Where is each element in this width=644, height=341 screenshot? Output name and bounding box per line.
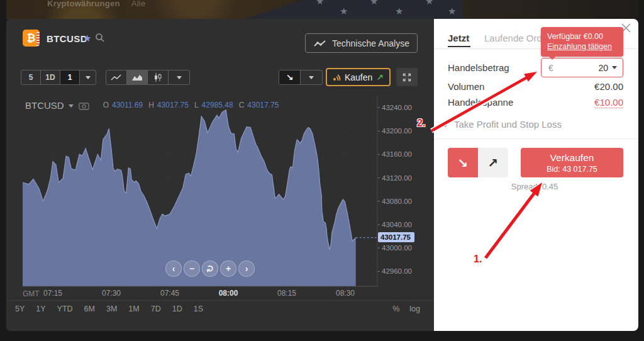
price-axis-label: 43040.00 [382,221,412,228]
range-button-5y[interactable]: 5Y [15,305,25,313]
time-axis-label: 08:15 [273,289,301,298]
available-balance-text: Verfügbar €0.00 [547,31,617,42]
category-label: Kryptowährungen [47,0,120,8]
volume-label: Volumen [448,81,484,92]
currency-symbol: € [548,63,553,73]
time-axis-label: 08:00 [214,289,242,298]
spread-note: Spread: 0.45 [472,182,597,191]
price-axis-label: 42960.00 [382,267,412,275]
flag-star-icon: ★ [316,0,324,7]
range-button-ytd[interactable]: YTD [57,305,73,313]
trade-panel: Jetzt Laufende Order Handelsbetrag € Ver… [434,19,638,331]
tab-jetzt[interactable]: Jetzt [448,33,469,43]
chevron-down-icon[interactable] [612,66,617,69]
background-category-label: Kryptowährungen Alle [47,0,155,8]
annotation-step-2: 2. [417,118,425,129]
take-profit-row[interactable]: › Take Profit und Stop Loss [444,118,562,130]
flag-star-icon: ★ [425,0,433,7]
range-button-1d[interactable]: 1D [172,305,182,313]
timezone-label: GMT [23,289,40,298]
sell-order-button[interactable]: Verkaufen Bid: 43 017.75 [521,148,623,177]
spread-cost-label: Handelsspanne [448,97,513,108]
backdrop-right [462,0,638,19]
sell-direction-toggle[interactable]: ↘ [448,148,478,177]
flag-star-icon: ★ [370,0,378,7]
deposit-warning-tooltip: Verfügbar €0.00 Einzahlung tätigen [541,27,623,57]
zoom-in-button[interactable]: + [220,260,236,277]
range-button-7d[interactable]: 7D [151,305,161,313]
amount-label: Handelsbetrag [448,62,509,73]
arrow-down-right-icon: ↘ [458,155,469,170]
sell-button-label: Verkaufen [550,152,594,164]
range-button-1m[interactable]: 1M [128,305,139,313]
price-axis-label: 43120.00 [382,174,412,182]
sell-button-bid-price: Bid: 43 017.75 [547,165,597,174]
time-axis-label: 07:45 [156,289,184,298]
arrow-up-right-icon: ↗ [488,155,499,170]
buy-direction-toggle[interactable]: ↗ [478,148,508,177]
spread-cost-value: €10.00 [594,97,623,108]
zoom-out-button[interactable]: − [184,260,200,277]
volume-value: €20.00 [594,81,623,92]
current-price-tag: 43017.75 [378,232,414,242]
active-tab-underline [448,46,470,47]
pan-left-button[interactable]: ‹ [165,260,182,277]
tooltip-caret [548,56,556,60]
time-axis-label: 07:30 [97,289,125,298]
range-button-3m[interactable]: 3M [106,305,117,313]
volume-row: Volumen €20.00 [448,81,623,92]
flag-star-icon: ★ [340,6,348,17]
price-axis-label: 43000.00 [382,244,412,252]
deposit-link[interactable]: Einzahlung tätigen [547,42,617,52]
take-profit-label: Take Profit und Stop Loss [454,119,562,130]
price-axis-label: 43200.00 [382,127,412,135]
log-scale-button[interactable]: log [409,305,420,313]
chart-panel: ₿ BTCUSD ★ Technische Analyse 51D1 [6,19,434,331]
spread-cost-row: Handelsspanne €10.00 [448,97,623,108]
filter-label: Alle [131,0,146,8]
amount-input[interactable] [553,63,612,73]
time-axis-label: 07:15 [39,289,67,298]
flag-star-icon: ★ [395,6,403,17]
price-axis-label: 43240.00 [382,104,412,111]
percent-scale-button[interactable]: % [392,305,399,313]
amount-field: € [541,58,623,77]
chart-footer: 5Y1YYTD6M3M1M7D1D1S % log [6,300,434,316]
price-axis-label: 43080.00 [382,198,412,205]
annotation-step-1: 1. [474,254,482,265]
chevron-right-icon: › [444,118,448,130]
range-button-1y[interactable]: 1Y [36,305,45,313]
range-button-6m[interactable]: 6M [84,305,95,313]
time-axis-label: 08:30 [331,289,359,298]
page-backdrop: ★ ★ ★ ★ ★ ★ Kryptowährungen Alle [6,0,638,19]
range-button-1s[interactable]: 1S [194,305,203,313]
divider [434,138,638,139]
price-axis-label: 43160.00 [382,150,412,158]
flag-star-icon: ★ [448,6,456,17]
pan-right-button[interactable]: › [238,260,255,277]
range-buttons: 5Y1YYTD6M3M1M7D1D1S [6,305,203,313]
reset-zoom-button[interactable]: ↻ [202,260,218,277]
